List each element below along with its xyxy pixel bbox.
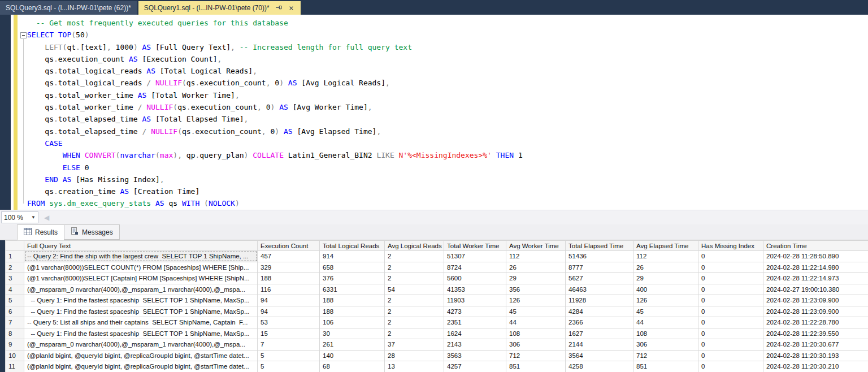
cell[interactable]: 5627 [566, 273, 633, 284]
sql-editor[interactable]: -- Get most frequently executed queries … [0, 15, 868, 210]
column-header[interactable]: Full Query Text [24, 241, 258, 251]
cell[interactable]: 400 [633, 284, 698, 295]
cell[interactable]: 306 [506, 339, 566, 351]
cell[interactable]: 2351 [444, 317, 506, 328]
cell[interactable]: 44 [506, 317, 566, 328]
cell[interactable]: 851 [506, 361, 566, 372]
cell[interactable]: -- Query 2: Find the ship with the large… [24, 251, 258, 262]
cell[interactable]: 45 [506, 306, 566, 317]
code-line-10[interactable]: qs.total_elapsed_time / NULLIF(qs.execut… [27, 126, 868, 137]
cell[interactable]: 188 [320, 306, 385, 317]
cell[interactable]: (@_msparam_0 nvarchar(4000),@_msparam_1 … [24, 284, 258, 295]
cell[interactable]: 2024-02-28 11:22:39.550 [763, 328, 868, 339]
close-icon[interactable] [288, 5, 295, 12]
cell[interactable]: 5 [258, 350, 320, 361]
cell[interactable]: 3563 [444, 350, 506, 361]
code-line-1[interactable]: -- Get most frequently executed queries … [27, 17, 868, 29]
cell[interactable]: 2144 [566, 339, 633, 351]
cell[interactable]: 45 [633, 306, 698, 317]
column-header[interactable]: Total Worker Time [444, 241, 506, 251]
cell[interactable]: 2 [385, 295, 444, 306]
row-number[interactable]: 9 [6, 339, 24, 351]
cell[interactable]: 0 [698, 361, 763, 372]
row-number[interactable]: 4 [6, 284, 24, 295]
code-line-8[interactable]: qs.total_worker_time / NULLIF(qs.executi… [27, 101, 868, 113]
code-line-13[interactable]: ELSE 0 [27, 162, 868, 174]
column-header[interactable]: Avg Worker Time [506, 241, 566, 251]
cell[interactable]: (@1 varchar(8000))SELECT COUNT(*) FROM [… [24, 262, 258, 273]
row-number[interactable]: 2 [6, 262, 24, 273]
cell[interactable]: 51436 [566, 251, 633, 262]
cell[interactable]: 68 [320, 361, 385, 372]
cell[interactable]: 28 [385, 350, 444, 361]
cell[interactable]: 2024-02-28 11:28:50.890 [763, 251, 868, 262]
cell[interactable]: 0 [698, 295, 763, 306]
cell[interactable]: 5600 [444, 273, 506, 284]
code-lines[interactable]: -- Get most frequently executed queries … [27, 15, 868, 210]
cell[interactable]: 658 [320, 262, 385, 273]
cell[interactable]: 53 [258, 317, 320, 328]
cell[interactable]: 712 [506, 350, 566, 361]
cell[interactable]: (@planId bigint, @queryId bigint, @repli… [24, 350, 258, 361]
zoom-level-dropdown[interactable]: 100 % ▼ [1, 211, 38, 223]
cell[interactable]: 2024-02-28 11:20:30.193 [763, 350, 868, 361]
cell[interactable]: 2024-02-28 11:20:30.210 [763, 361, 868, 372]
cell[interactable]: 0 [698, 306, 763, 317]
cell[interactable]: 2 [385, 262, 444, 273]
hscroll-left-arrow-icon[interactable]: ◀ [44, 214, 49, 222]
cell[interactable]: 188 [320, 295, 385, 306]
cell[interactable]: 1627 [566, 328, 633, 339]
cell[interactable]: 2 [385, 273, 444, 284]
cell[interactable]: 15 [258, 328, 320, 339]
cell[interactable]: 13 [385, 361, 444, 372]
cell[interactable]: 4257 [444, 361, 506, 372]
code-line-2[interactable]: SELECT TOP(50) [27, 29, 868, 41]
cell[interactable]: 0 [698, 328, 763, 339]
select-all-corner[interactable] [6, 241, 24, 251]
column-header[interactable]: Total Elapsed Time [566, 241, 633, 251]
code-line-3[interactable]: LEFT(qt.[text], 1000) AS [Full Query Tex… [27, 41, 868, 53]
row-number[interactable]: 7 [6, 317, 24, 328]
code-line-16[interactable]: FROM sys.dm_exec_query_stats AS qs WITH … [27, 197, 868, 209]
cell[interactable]: 7 [258, 339, 320, 351]
cell[interactable]: 2 [385, 317, 444, 328]
row-number[interactable]: 5 [6, 295, 24, 306]
cell[interactable]: -- Query 1: Find the fastest spaceship S… [24, 328, 258, 339]
row-number[interactable]: 1 [6, 251, 24, 262]
cell[interactable]: 94 [258, 295, 320, 306]
cell[interactable]: 46463 [566, 284, 633, 295]
cell[interactable]: 29 [506, 273, 566, 284]
cell[interactable]: -- Query 1: Find the fastest spaceship S… [24, 306, 258, 317]
cell[interactable]: 0 [698, 273, 763, 284]
cell[interactable]: 914 [320, 251, 385, 262]
cell[interactable]: 30 [320, 328, 385, 339]
cell[interactable]: 108 [633, 328, 698, 339]
cell[interactable]: 37 [385, 339, 444, 351]
cell[interactable]: 41353 [444, 284, 506, 295]
column-header[interactable]: Has Missing Index [698, 241, 763, 251]
row-number[interactable]: 8 [6, 328, 24, 339]
cell[interactable]: 11903 [444, 295, 506, 306]
cell[interactable]: (@planId bigint, @queryId bigint, @repli… [24, 361, 258, 372]
cell[interactable]: 457 [258, 251, 320, 262]
code-line-7[interactable]: qs.total_worker_time AS [Total Worker Ti… [27, 89, 868, 101]
column-header[interactable]: Total Logical Reads [320, 241, 385, 251]
code-line-4[interactable]: qs.execution_count AS [Execution Count], [27, 53, 868, 65]
column-header[interactable]: Execution Count [258, 241, 320, 251]
cell[interactable]: 0 [698, 317, 763, 328]
code-line-11[interactable]: CASE [27, 137, 868, 149]
cell[interactable]: 112 [506, 251, 566, 262]
cell[interactable]: 94 [258, 306, 320, 317]
cell[interactable]: 44 [633, 317, 698, 328]
code-line-14[interactable]: END AS [Has Missing Index], [27, 174, 868, 185]
cell[interactable]: 2 [385, 251, 444, 262]
cell[interactable]: 26 [633, 262, 698, 273]
cell[interactable]: 11928 [566, 295, 633, 306]
code-line-5[interactable]: qs.total_logical_reads AS [Total Logical… [27, 65, 868, 77]
cell[interactable]: 712 [633, 350, 698, 361]
cell[interactable]: 8724 [444, 262, 506, 273]
cell[interactable]: 51307 [444, 251, 506, 262]
cell[interactable]: 54 [385, 284, 444, 295]
row-number[interactable]: 10 [6, 350, 24, 361]
cell[interactable]: 0 [698, 284, 763, 295]
